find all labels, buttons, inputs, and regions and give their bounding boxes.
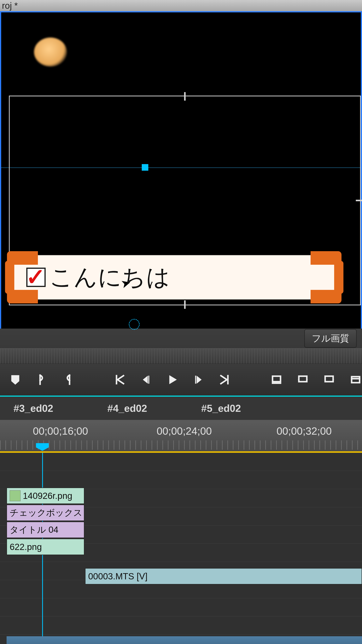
export-frame-button[interactable] (349, 373, 362, 386)
timeline-tracks[interactable]: 140926r.png チェックボックス タイトル 04 622.png 000… (0, 453, 362, 644)
sequence-tabs: #3_ed02 #4_ed02 #5_ed02 (0, 397, 362, 420)
timecode-label: 00;00;16;00 (33, 425, 88, 437)
zoom-fit-icon[interactable] (129, 319, 140, 330)
playback-resolution-button[interactable]: フル画質 (304, 329, 357, 348)
timeline-clip[interactable]: 00003.MTS [V] (85, 568, 362, 584)
clip-label: 622.png (10, 542, 42, 552)
checkmark-icon: ✓ (26, 265, 45, 288)
timeline-clip[interactable]: チェックボックス (6, 505, 84, 521)
lift-button[interactable] (270, 373, 283, 386)
svg-rect-0 (273, 376, 280, 382)
insert-button[interactable] (323, 373, 336, 386)
go-to-in-button[interactable] (113, 373, 126, 386)
timecode-label: 00;00;24;00 (157, 425, 212, 437)
timeline-clip[interactable]: 622.png (6, 539, 84, 555)
clip-label: チェックボックス (10, 507, 82, 519)
checkbox-graphic: ✓ (26, 268, 46, 287)
step-back-button[interactable] (139, 373, 152, 386)
sequence-tab[interactable]: #4_ed02 (107, 402, 147, 414)
clip-thumbnail-icon (10, 490, 20, 501)
timecode-label: 00;00;32;00 (277, 425, 332, 437)
monitor-controls: フル画質 (0, 328, 362, 397)
lower-third-title[interactable]: ✓ こんにちは (13, 255, 336, 300)
extract-button[interactable] (297, 373, 309, 386)
playhead-handle[interactable] (36, 443, 49, 451)
go-to-out-button[interactable] (219, 373, 231, 386)
step-forward-button[interactable] (192, 373, 205, 386)
window-titlebar: roj * (0, 0, 362, 11)
sequence-tab[interactable]: #3_ed02 (13, 402, 53, 414)
window-title: roj * (2, 0, 18, 11)
mark-in-button[interactable] (35, 373, 48, 386)
clip-label: タイトル 04 (10, 524, 58, 536)
mark-out-button[interactable] (62, 373, 74, 386)
svg-rect-2 (325, 376, 333, 382)
add-marker-button[interactable] (9, 373, 22, 386)
timeline-ruler[interactable]: 00;00;16;00 00;00;24;00 00;00;32;00 (0, 420, 362, 453)
sequence-tab[interactable]: #5_ed02 (201, 402, 241, 414)
clip-label: 00003.MTS [V] (88, 571, 148, 582)
program-monitor[interactable]: ✓ こんにちは ➤ (0, 11, 362, 328)
video-content-moon (34, 38, 67, 66)
svg-rect-1 (299, 376, 307, 382)
transport-controls (0, 364, 362, 397)
audio-track-region[interactable] (6, 636, 362, 644)
timeline-clip[interactable]: タイトル 04 (6, 522, 84, 538)
clip-label: 140926r.png (23, 490, 72, 501)
play-button[interactable] (166, 373, 179, 386)
title-text[interactable]: こんにちは (49, 262, 170, 293)
scrub-bar[interactable] (0, 348, 362, 364)
svg-rect-3 (352, 377, 360, 383)
timeline-clip[interactable]: 140926r.png (6, 488, 84, 504)
